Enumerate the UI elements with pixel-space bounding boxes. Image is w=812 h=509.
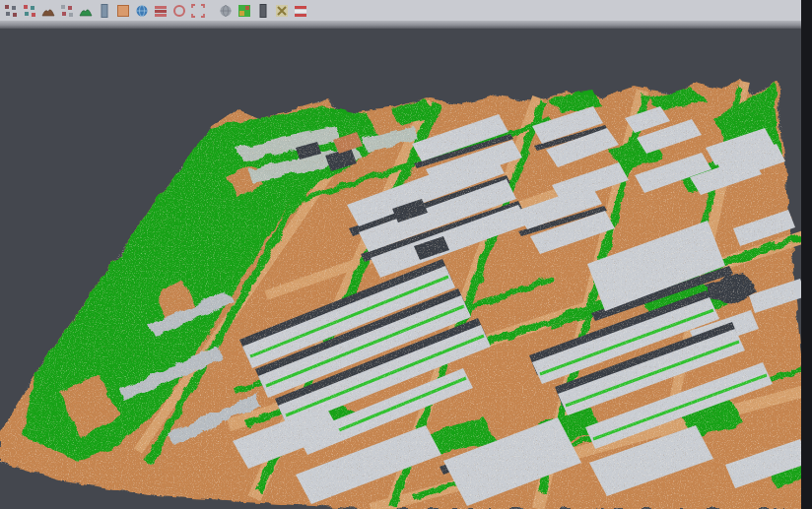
window-right-border bbox=[801, 0, 812, 509]
edit-points-icon[interactable] bbox=[3, 3, 19, 19]
sphere-icon[interactable] bbox=[218, 3, 234, 19]
scatter-points-icon[interactable] bbox=[22, 3, 37, 19]
selection-brackets-icon[interactable] bbox=[190, 3, 206, 19]
point-selection-icon[interactable] bbox=[59, 3, 75, 19]
building-column-icon[interactable] bbox=[97, 3, 112, 19]
toolbar bbox=[0, 0, 812, 21]
globe-icon[interactable] bbox=[134, 3, 150, 19]
discard-cross-icon[interactable] bbox=[274, 3, 290, 19]
ground-tile-icon[interactable] bbox=[115, 3, 131, 19]
classify-vegetation-icon[interactable] bbox=[78, 3, 94, 19]
classified-map-icon[interactable] bbox=[237, 3, 252, 19]
viewport-3d[interactable] bbox=[0, 29, 812, 509]
red-layers-icon[interactable] bbox=[153, 3, 169, 19]
application-window bbox=[0, 0, 812, 509]
point-cloud-scene bbox=[0, 29, 812, 509]
toolbar-divider bbox=[0, 21, 812, 29]
flag-stripes-icon[interactable] bbox=[293, 3, 308, 19]
pointcloud-speckle-dark bbox=[0, 29, 812, 509]
classify-ground-icon[interactable] bbox=[40, 3, 56, 19]
target-circle-icon[interactable] bbox=[171, 3, 187, 19]
toolbar-separator bbox=[207, 3, 216, 19]
camera-icon[interactable] bbox=[255, 3, 271, 19]
